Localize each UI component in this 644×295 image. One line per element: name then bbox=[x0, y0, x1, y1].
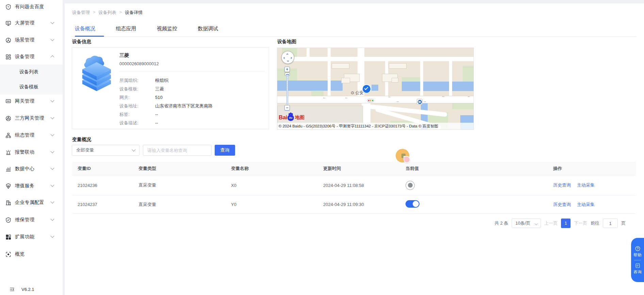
active-collect-link[interactable]: 主动采集 bbox=[577, 182, 595, 188]
total-count: 共 2 条 bbox=[495, 220, 508, 226]
value-added-icon bbox=[5, 183, 12, 189]
sidebar-item-scene[interactable]: 场景管理 bbox=[0, 32, 63, 48]
next-page-button[interactable]: 下一页 bbox=[574, 220, 587, 226]
road-arrow-left-icon: ← bbox=[323, 95, 326, 99]
page-size-select[interactable]: 10条/页 bbox=[512, 219, 541, 228]
cursor-icon bbox=[403, 156, 410, 163]
sidebar-subitem-label: 设备列表 bbox=[19, 69, 38, 75]
sidebar-item-configuration[interactable]: 组态管理 bbox=[0, 127, 63, 143]
breadcrumb-separator: > bbox=[93, 10, 96, 16]
field-label: 设备描述: bbox=[119, 120, 155, 126]
check-icon bbox=[364, 86, 368, 90]
sidebar-item-value-added[interactable]: 增值服务 bbox=[0, 178, 63, 194]
maintenance-icon bbox=[5, 217, 12, 223]
field-label: 所属组织: bbox=[119, 77, 155, 84]
tab-video-monitor[interactable]: 视频监控 bbox=[157, 25, 177, 36]
cell-updated-time: 2024-04-29 11:08:58 bbox=[318, 183, 400, 188]
current-value-indicator-off[interactable] bbox=[406, 181, 415, 190]
breadcrumb-item[interactable]: 设备列表 bbox=[99, 10, 116, 16]
variables-title: 变量概况 bbox=[72, 137, 91, 143]
current-value-toggle-on[interactable] bbox=[406, 200, 419, 208]
scene-icon bbox=[5, 37, 12, 44]
chevron-down-icon bbox=[50, 20, 54, 24]
breadcrumb-separator: > bbox=[119, 10, 122, 16]
breadcrumb-item[interactable]: 设备管理 bbox=[72, 10, 90, 16]
map-green-area bbox=[402, 77, 420, 82]
pagination: 共 2 条 10条/页 上一页 1 下一页 前往 页 bbox=[495, 219, 626, 228]
cell-updated-time: 2024-04-29 11:09:30 bbox=[318, 202, 400, 207]
pan-up-icon[interactable]: ‹ bbox=[285, 53, 290, 55]
sidebar-submenu-device: 设备列表 设备模板 bbox=[0, 65, 63, 94]
traffic-light-icon bbox=[367, 99, 374, 102]
map-building bbox=[389, 63, 407, 69]
field-label: 标签: bbox=[119, 111, 155, 118]
alarm-icon bbox=[5, 149, 12, 156]
enterprise-icon bbox=[5, 199, 12, 206]
field-label: 设备地址: bbox=[119, 103, 155, 109]
active-collect-link[interactable]: 主动采集 bbox=[577, 202, 595, 208]
history-query-link[interactable]: 历史查询 bbox=[553, 182, 571, 188]
version-label: V6.2.1 bbox=[21, 287, 34, 292]
tab-bar: 设备概况 组态应用 视频监控 数据调试 bbox=[72, 23, 637, 37]
current-page-button[interactable]: 1 bbox=[561, 219, 571, 228]
prev-page-button[interactable]: 上一页 bbox=[544, 220, 558, 226]
tab-data-debug[interactable]: 数据调试 bbox=[198, 25, 218, 36]
sidebar-item-data-center[interactable]: 数据中心 bbox=[0, 161, 63, 177]
sidebar-item-third-gateway[interactable]: 三方网关管理 bbox=[0, 110, 63, 126]
device-map-title: 设备地图 bbox=[277, 39, 296, 45]
goto-page-input[interactable] bbox=[603, 219, 618, 228]
map-building bbox=[392, 78, 398, 83]
cell-variable-id: 21024237 bbox=[72, 202, 133, 207]
breadcrumb-current: 设备详情 bbox=[125, 10, 143, 16]
baidu-map[interactable]: ← ← ← ← ← → → ⊙ 公安 ‹ ‹ ‹ › + − bbox=[277, 48, 474, 130]
sidebar-item-device[interactable]: 设备管理 bbox=[0, 49, 63, 65]
third-gateway-icon bbox=[5, 115, 12, 122]
zoom-out-button[interactable]: − bbox=[284, 105, 290, 110]
sidebar-item-gateway[interactable]: 网关管理 bbox=[0, 93, 63, 109]
pan-left-icon[interactable]: ‹ bbox=[283, 55, 285, 60]
map-pan-control[interactable]: ‹ ‹ ‹ › bbox=[281, 51, 294, 64]
sidebar-item-overview[interactable]: 概览 bbox=[0, 246, 63, 262]
card-divider bbox=[119, 71, 265, 71]
data-center-icon bbox=[5, 166, 12, 172]
sidebar-item-big-screen[interactable]: 大屏管理 bbox=[0, 15, 63, 31]
road-arrow-left-icon: ← bbox=[442, 94, 445, 98]
device-image bbox=[76, 50, 117, 94]
map-poi-label: ⊙ 公安 bbox=[351, 90, 363, 96]
sidebar-item-baidu-help[interactable]: 有问题去百度 bbox=[0, 0, 63, 14]
consult-button[interactable]: 咨询 bbox=[633, 270, 642, 275]
pan-right-icon[interactable]: › bbox=[291, 55, 292, 60]
sidebar-item-label: 大屏管理 bbox=[15, 20, 34, 26]
search-button[interactable]: 查询 bbox=[215, 145, 235, 156]
chevron-down-icon bbox=[50, 99, 54, 102]
sidebar-item-device-list[interactable]: 设备列表 bbox=[0, 65, 63, 80]
sidebar-item-extension[interactable]: 扩展功能 bbox=[0, 229, 63, 245]
page-unit-label: 页 bbox=[621, 220, 626, 226]
tab-configuration-app[interactable]: 组态应用 bbox=[116, 25, 136, 36]
pan-down-icon[interactable]: ‹ bbox=[285, 60, 290, 62]
sidebar-item-label: 数据中心 bbox=[15, 166, 34, 172]
variable-name-input[interactable] bbox=[143, 145, 212, 156]
baidu-paw-icon: du bbox=[287, 115, 294, 121]
sidebar-item-maintenance[interactable]: 维保管理 bbox=[0, 212, 63, 228]
gateway-icon bbox=[5, 98, 12, 105]
field-value: 三菱 bbox=[155, 86, 164, 92]
device-location-marker[interactable] bbox=[363, 85, 370, 93]
chevron-down-icon bbox=[50, 150, 54, 153]
collapse-menu-icon[interactable] bbox=[9, 287, 15, 292]
field-value: 山东省济南市历下区龙奥南路 bbox=[155, 103, 213, 109]
chevron-up-icon bbox=[50, 55, 54, 59]
variable-type-select[interactable]: 全部变量 bbox=[72, 145, 139, 156]
history-query-link[interactable]: 历史查询 bbox=[553, 202, 571, 208]
sidebar-item-device-template[interactable]: 设备模板 bbox=[0, 80, 63, 94]
baidu-logo-text: Bai bbox=[279, 114, 287, 121]
help-button[interactable]: 帮助 bbox=[633, 253, 642, 258]
tab-device-overview[interactable]: 设备概况 bbox=[75, 25, 95, 36]
map-road bbox=[328, 48, 331, 97]
sidebar-item-enterprise[interactable]: 企业专属配置 bbox=[0, 194, 63, 211]
zoom-slider-track[interactable] bbox=[286, 74, 288, 104]
sidebar-item-alarm[interactable]: 报警联动 bbox=[0, 144, 63, 160]
zoom-in-button[interactable]: + bbox=[284, 67, 290, 72]
shield-question-icon bbox=[5, 4, 12, 10]
field-label: 网关: bbox=[119, 94, 155, 101]
